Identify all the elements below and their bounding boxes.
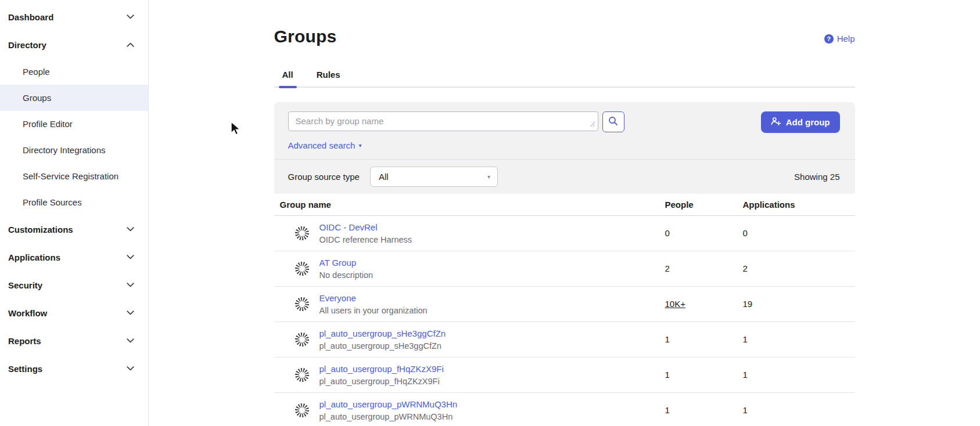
sidebar-item-label: Profile Editor	[23, 119, 73, 129]
add-group-button[interactable]: Add group	[761, 111, 840, 133]
sidebar-item-profile-sources[interactable]: Profile Sources	[0, 189, 148, 215]
sidebar-item-label: Security	[8, 280, 42, 290]
chevron-down-icon	[127, 311, 134, 315]
table-row: pl_auto_usergroup_pWRNMuQ3Hn pl_auto_use…	[274, 393, 855, 426]
column-header-applications: Applications	[743, 200, 855, 210]
sidebar-item-people[interactable]: People	[0, 59, 148, 85]
sidebar-item-dashboard[interactable]: Dashboard	[0, 3, 148, 31]
group-source-type-select[interactable]: All ▾	[370, 167, 498, 187]
help-label: Help	[837, 34, 855, 44]
sidebar-item-security[interactable]: Security	[0, 271, 148, 299]
chevron-up-icon	[127, 42, 134, 47]
people-count: 1	[665, 405, 670, 415]
group-description: All users in your organization	[320, 306, 428, 315]
search-icon	[608, 116, 618, 128]
advanced-search-label: Advanced search	[288, 140, 356, 150]
page-title: Groups	[274, 27, 337, 46]
help-link[interactable]: ? Help	[824, 34, 855, 44]
search-input[interactable]	[288, 111, 598, 131]
chevron-down-icon	[127, 283, 134, 287]
tab-rules[interactable]: Rules	[317, 70, 340, 86]
chevron-down-icon	[127, 338, 134, 343]
main-content: Groups ? Help All Rules	[149, 0, 980, 426]
help-icon: ?	[824, 34, 834, 44]
tab-all[interactable]: All	[282, 70, 293, 86]
sidebar-item-label: People	[23, 67, 50, 77]
showing-count: Showing 25	[794, 172, 839, 182]
people-count-link[interactable]: 10K+	[665, 299, 685, 309]
sidebar-item-label: Reports	[8, 336, 41, 346]
groups-table: Group name People Applications OIDC - De…	[274, 194, 855, 426]
page-header: Groups ? Help	[274, 27, 855, 46]
filter-panel: Add group Advanced search ▾ Group source…	[274, 102, 855, 194]
group-name-link[interactable]: OIDC - DevRel	[320, 222, 412, 232]
group-description: OIDC reference Harness	[320, 235, 412, 244]
applications-count: 1	[743, 370, 748, 380]
people-count: 2	[665, 263, 670, 273]
sidebar-item-label: Groups	[23, 93, 51, 103]
people-count: 1	[665, 370, 670, 380]
group-name-link[interactable]: Everyone	[320, 293, 428, 303]
add-group-icon	[771, 117, 781, 128]
chevron-down-icon	[127, 366, 134, 371]
chevron-down-icon	[127, 227, 134, 232]
column-header-group-name: Group name	[274, 200, 665, 210]
sidebar-item-settings[interactable]: Settings	[0, 355, 148, 382]
group-name-link[interactable]: pl_auto_usergroup_sHe3ggCfZn	[320, 328, 446, 338]
search-button[interactable]	[602, 111, 624, 132]
sidebar: Dashboard Directory People Groups Profil…	[0, 0, 149, 426]
sidebar-item-label: Workflow	[8, 308, 47, 318]
group-description: pl_auto_usergroup_fHqZKzX9Fi	[320, 377, 444, 386]
resize-handle-icon[interactable]	[589, 119, 595, 129]
sidebar-item-label: Self-Service Registration	[23, 171, 119, 181]
sidebar-item-customizations[interactable]: Customizations	[0, 215, 148, 243]
sidebar-item-profile-editor[interactable]: Profile Editor	[0, 111, 148, 137]
group-name-link[interactable]: pl_auto_usergroup_fHqZKzX9Fi	[320, 364, 444, 374]
sidebar-item-self-service-registration[interactable]: Self-Service Registration	[0, 163, 148, 189]
group-icon	[294, 296, 310, 312]
column-header-people: People	[665, 200, 743, 210]
table-row: AT Group No description 2 2	[274, 251, 855, 287]
applications-count: 0	[743, 228, 748, 238]
advanced-search-link[interactable]: Advanced search ▾	[288, 140, 362, 150]
select-value: All	[379, 172, 389, 182]
table-row: pl_auto_usergroup_sHe3ggCfZn pl_auto_use…	[274, 322, 855, 358]
caret-down-icon: ▾	[487, 174, 490, 180]
people-count: 1	[665, 334, 670, 344]
sidebar-item-label: Directory	[8, 40, 46, 50]
group-description: pl_auto_usergroup_sHe3ggCfZn	[320, 341, 446, 351]
applications-count: 1	[743, 405, 748, 415]
group-icon	[294, 402, 310, 418]
sidebar-item-label: Settings	[8, 364, 42, 374]
sidebar-item-label: Directory Integrations	[23, 145, 106, 155]
chevron-down-icon	[127, 15, 134, 19]
sidebar-item-directory-integrations[interactable]: Directory Integrations	[0, 137, 148, 163]
group-source-type-label: Group source type	[288, 172, 360, 182]
table-header-row: Group name People Applications	[274, 194, 855, 216]
group-icon	[294, 225, 310, 241]
caret-down-icon: ▾	[358, 142, 361, 149]
sidebar-item-label: Dashboard	[8, 12, 53, 22]
sidebar-item-reports[interactable]: Reports	[0, 327, 148, 355]
table-row: OIDC - DevRel OIDC reference Harness 0 0	[274, 216, 855, 251]
sidebar-item-label: Applications	[8, 252, 60, 262]
sidebar-item-directory[interactable]: Directory	[0, 31, 148, 59]
group-name-link[interactable]: AT Group	[320, 258, 374, 268]
sidebar-item-workflow[interactable]: Workflow	[0, 299, 148, 327]
chevron-down-icon	[127, 255, 134, 259]
sidebar-item-label: Profile Sources	[23, 197, 82, 207]
people-count: 0	[665, 228, 670, 238]
group-icon	[294, 331, 310, 348]
table-row: pl_auto_usergroup_fHqZKzX9Fi pl_auto_use…	[274, 358, 855, 393]
sidebar-item-applications[interactable]: Applications	[0, 243, 148, 271]
table-row: Everyone All users in your organization …	[274, 287, 855, 322]
applications-count: 19	[743, 299, 753, 309]
group-name-link[interactable]: pl_auto_usergroup_pWRNMuQ3Hn	[320, 399, 458, 409]
sidebar-item-label: Customizations	[8, 225, 73, 234]
group-description: pl_auto_usergroup_pWRNMuQ3Hn	[320, 412, 458, 421]
applications-count: 1	[743, 334, 748, 344]
group-description: No description	[320, 270, 374, 280]
group-icon	[294, 261, 310, 277]
add-group-label: Add group	[786, 117, 830, 127]
sidebar-item-groups[interactable]: Groups	[0, 85, 148, 111]
